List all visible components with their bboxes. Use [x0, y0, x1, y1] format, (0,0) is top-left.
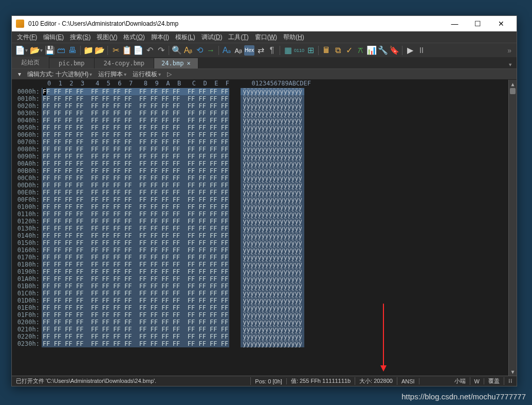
- checksum-icon[interactable]: ✓: [344, 45, 354, 56]
- histogram-icon[interactable]: ⚻: [355, 45, 365, 56]
- hex-row[interactable]: 0180h:FF FF FF FF FF FF FF FF FF FF FF F…: [12, 261, 508, 268]
- hex-row[interactable]: 0080h:FF FF FF FF FF FF FF FF FF FF FF F…: [12, 146, 508, 153]
- find-text-icon[interactable]: Aᵦ: [183, 45, 193, 56]
- minimize-button[interactable]: —: [443, 16, 466, 31]
- vertical-scrollbar[interactable]: ▲ ▼: [508, 80, 517, 376]
- menu-tools[interactable]: 工具(T): [225, 32, 251, 43]
- hex-row[interactable]: 0220h:FF FF FF FF FF FF FF FF FF FF FF F…: [12, 333, 508, 340]
- menu-edit[interactable]: 编辑(E): [40, 32, 67, 43]
- scroll-up-icon[interactable]: ▲: [509, 80, 517, 88]
- tabbar-overflow-icon[interactable]: ▾: [506, 60, 515, 68]
- collapse-icon[interactable]: ▾: [15, 71, 24, 78]
- menu-format[interactable]: 格式(O): [120, 32, 148, 43]
- cut-icon[interactable]: ✂: [111, 45, 121, 56]
- hex-row[interactable]: 00D0h:FF FF FF FF FF FF FF FF FF FF FF F…: [12, 182, 508, 189]
- paste-icon[interactable]: 📄: [133, 45, 143, 56]
- calculator-icon[interactable]: 🖩: [321, 45, 332, 56]
- replace-icon[interactable]: ⟲: [194, 45, 205, 56]
- hex-row[interactable]: 0110h:FF FF FF FF FF FF FF FF FF FF FF F…: [12, 210, 508, 218]
- hex-row[interactable]: 0010h:FF FF FF FF FF FF FF FF FF FF FF F…: [12, 95, 508, 102]
- pilcrow-icon[interactable]: ¶: [267, 45, 277, 56]
- hex-row[interactable]: 0070h:FF FF FF FF FF FF FF FF FF FF FF F…: [12, 138, 508, 146]
- tool-icon[interactable]: 🔧: [378, 45, 388, 56]
- compare-icon[interactable]: ⧉: [333, 45, 343, 56]
- open-dropdown-icon[interactable]: ▾: [40, 47, 43, 53]
- tab-pic-bmp[interactable]: pic.bmp: [49, 58, 95, 68]
- tab-start-page[interactable]: 起始页: [12, 57, 49, 68]
- hex-row[interactable]: 0120h:FF FF FF FF FF FF FF FF FF FF FF F…: [12, 218, 508, 225]
- status-size[interactable]: 大小: 202800: [355, 377, 397, 385]
- copy-icon[interactable]: 📋: [122, 45, 132, 56]
- hex-row[interactable]: 0170h:FF FF FF FF FF FF FF FF FF FF FF F…: [12, 254, 508, 261]
- search-icon[interactable]: 🔍: [172, 45, 182, 56]
- print-icon[interactable]: 🖶: [67, 45, 78, 56]
- scroll-thumb[interactable]: [510, 88, 516, 94]
- run-script-dropdown[interactable]: 运行脚本▾: [95, 70, 130, 79]
- hex-row[interactable]: 0050h:FF FF FF FF FF FF FF FF FF FF FF F…: [12, 124, 508, 131]
- status-position[interactable]: Pos: 0 [0h]: [251, 378, 287, 384]
- toolbar-overflow-icon[interactable]: »: [505, 46, 513, 55]
- resize-grip-icon[interactable]: ⁞⁞: [504, 378, 517, 384]
- hex-row[interactable]: 01F0h:FF FF FF FF FF FF FF FF FF FF FF F…: [12, 311, 508, 319]
- run-template-dropdown[interactable]: 运行模板▾: [130, 70, 164, 79]
- tab-close-icon[interactable]: ×: [187, 60, 190, 67]
- hex-row[interactable]: 0190h:FF FF FF FF FF FF FF FF FF FF FF F…: [12, 268, 508, 275]
- pause-icon[interactable]: ⏸: [416, 45, 427, 56]
- run-icon[interactable]: ▶: [405, 45, 415, 56]
- save-all-icon[interactable]: 🗃: [56, 45, 66, 56]
- status-value[interactable]: 值: 255 FFh 11111111b: [287, 377, 355, 385]
- hex-row[interactable]: 0020h:FF FF FF FF FF FF FF FF FF FF FF F…: [12, 102, 508, 110]
- hex-row[interactable]: 0030h:FF FF FF FF FF FF FF FF FF FF FF F…: [12, 110, 508, 117]
- hex-row[interactable]: 00E0h:FF FF FF FF FF FF FF FF FF FF FF F…: [12, 189, 508, 196]
- hex-row[interactable]: 0200h:FF FF FF FF FF FF FF FF FF FF FF F…: [12, 319, 508, 326]
- redo-icon[interactable]: ↷: [156, 45, 166, 56]
- menu-template[interactable]: 模板(L): [172, 32, 198, 43]
- font-icon[interactable]: Aₐ: [222, 45, 232, 56]
- save-icon[interactable]: 💾: [45, 45, 55, 56]
- menu-script[interactable]: 脚本(I): [148, 32, 172, 43]
- hex-row[interactable]: 01E0h:FF FF FF FF FF FF FF FF FF FF FF F…: [12, 304, 508, 311]
- undo-icon[interactable]: ↶: [144, 45, 155, 56]
- menu-search[interactable]: 搜索(S): [67, 32, 94, 43]
- new-dropdown-icon[interactable]: ▾: [25, 47, 28, 53]
- chart-icon[interactable]: 📊: [366, 45, 377, 56]
- status-overwrite[interactable]: 覆盖: [484, 377, 504, 385]
- open-folder-icon[interactable]: 📂: [30, 45, 40, 56]
- hex-row[interactable]: 0230h:FF FF FF FF FF FF FF FF FF FF FF F…: [12, 340, 508, 347]
- hex-row[interactable]: 00C0h:FF FF FF FF FF FF FF FF FF FF FF F…: [12, 174, 508, 182]
- goto-icon[interactable]: →: [206, 45, 216, 56]
- hex-row[interactable]: 0140h:FF FF FF FF FF FF FF FF FF FF FF F…: [12, 232, 508, 239]
- status-endian[interactable]: 小端: [450, 377, 470, 385]
- menu-debug[interactable]: 调试(D): [198, 32, 226, 43]
- edit-mode-dropdown[interactable]: 编辑方式: 十六进制(H)▾: [24, 70, 95, 79]
- endian-icon[interactable]: ⇄: [255, 45, 266, 56]
- new-file-icon[interactable]: 📄: [15, 45, 25, 56]
- tab-24-copy-bmp[interactable]: 24-copy.bmp: [95, 58, 154, 68]
- close-button[interactable]: ✕: [489, 16, 512, 31]
- hex-row[interactable]: 01C0h:FF FF FF FF FF FF FF FF FF FF FF F…: [12, 290, 508, 297]
- run-play-icon[interactable]: ▷: [164, 71, 175, 78]
- hex-row[interactable]: 01D0h:FF FF FF FF FF FF FF FF FF FF FF F…: [12, 297, 508, 304]
- hex-mode-icon[interactable]: Hex: [244, 45, 254, 56]
- status-w[interactable]: W: [470, 378, 484, 384]
- folder-icon[interactable]: 📁: [83, 45, 94, 56]
- hex-row[interactable]: 0040h:FF FF FF FF FF FF FF FF FF FF FF F…: [12, 117, 508, 124]
- hex-row[interactable]: 00B0h:FF FF FF FF FF FF FF FF FF FF FF F…: [12, 167, 508, 174]
- hex-row[interactable]: 0100h:FF FF FF FF FF FF FF FF FF FF FF F…: [12, 203, 508, 210]
- status-encoding[interactable]: ANSI: [397, 378, 419, 384]
- scroll-down-icon[interactable]: ▼: [509, 367, 517, 376]
- menu-help[interactable]: 帮助(H): [280, 32, 307, 43]
- tab-24-bmp[interactable]: 24.bmp×: [154, 58, 198, 68]
- hex-row[interactable]: 01B0h:FF FF FF FF FF FF FF FF FF FF FF F…: [12, 283, 508, 290]
- hex-row[interactable]: 0210h:FF FF FF FF FF FF FF FF FF FF FF F…: [12, 326, 508, 333]
- bookmark-icon[interactable]: 🔖: [389, 45, 399, 56]
- hex-row[interactable]: 0160h:FF FF FF FF FF FF FF FF FF FF FF F…: [12, 246, 508, 254]
- editor-content[interactable]: 0 1 2 3 4 5 6 7 8 9 A B C D E F 01234567…: [12, 80, 508, 376]
- hex-row[interactable]: 0090h:FF FF FF FF FF FF FF FF FF FF FF F…: [12, 153, 508, 160]
- hex-body[interactable]: 0000h:FF FF FF FF FF FF FF FF FF FF FF F…: [12, 88, 508, 347]
- maximize-button[interactable]: ☐: [466, 16, 489, 31]
- binary-icon[interactable]: 0110: [294, 45, 304, 56]
- titlebar[interactable]: 010 Editor - C:\Users\Administrator\Down…: [12, 16, 517, 31]
- columns-icon[interactable]: ▦: [283, 45, 293, 56]
- hex-row[interactable]: 01A0h:FF FF FF FF FF FF FF FF FF FF FF F…: [12, 275, 508, 283]
